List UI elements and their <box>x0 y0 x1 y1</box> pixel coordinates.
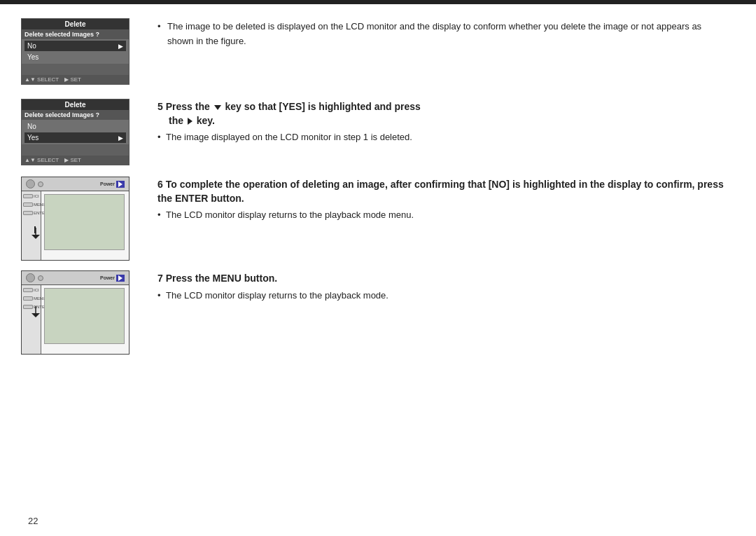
play-box-1 <box>116 181 125 188</box>
dialog2-title: Delete <box>22 99 129 110</box>
menu-btn-1: MENU <box>23 202 46 207</box>
camera2-top-bar: Power <box>22 271 129 285</box>
dialog1-option-no: No ▶ <box>24 41 126 51</box>
camera-diagram-1: Power ICI MENU <box>21 177 130 261</box>
play-icon-1 <box>118 181 122 187</box>
power-area: Power <box>100 181 125 188</box>
camera2-col: Power ICI MENU <box>21 270 144 357</box>
delete-dialog-2: Delete Delete selected Images ? No Yes ▶… <box>21 99 130 165</box>
right-arrow-icon <box>188 118 192 125</box>
arrow-enter-1 <box>26 226 40 240</box>
down-arrow-icon <box>214 105 221 110</box>
lcd-screen-2 <box>44 288 125 344</box>
step5-row: Delete Delete selected Images ? No Yes ▶… <box>21 99 728 170</box>
dialog1-option-yes: Yes <box>24 52 126 62</box>
step6-text-col: 6 To complete the operation of deleting … <box>158 177 728 225</box>
intro-text: The image to be deleted is displayed on … <box>158 20 728 49</box>
camera1-col: Power ICI MENU <box>21 177 144 263</box>
dialog2-option-yes: Yes ▶ <box>24 132 126 143</box>
step5-heading: 5 Press the key so that [YES] is highlig… <box>158 100 728 128</box>
step7-row: Power ICI MENU <box>21 270 728 357</box>
step5-text-col: 5 Press the key so that [YES] is highlig… <box>158 99 728 147</box>
delete-dialog-1: Delete Delete selected Images ? No ▶ Yes… <box>21 18 130 85</box>
dialog2-options: No Yes ▶ <box>22 120 129 144</box>
step6-heading: 6 To complete the operation of deleting … <box>158 178 728 205</box>
ici-btn-2: ICI <box>23 288 39 292</box>
svg-marker-1 <box>31 235 40 239</box>
step7-text-col: 7 Press the MENU button. The LCD monitor… <box>158 270 728 305</box>
step6-bullet: The LCD monitor display returns to the p… <box>158 208 728 222</box>
lcd-screen-1 <box>44 194 125 250</box>
dialog2-footer: ▲▼ SELECT ▶ SET <box>22 156 129 165</box>
step5-bullet: The image displayed on the LCD monitor i… <box>158 130 728 144</box>
camera-lens-small <box>38 181 43 187</box>
step7-bullet: The LCD monitor display returns to the p… <box>158 289 728 303</box>
camera-lens-circle <box>26 179 35 188</box>
intro-text-col: The image to be deleted is displayed on … <box>158 18 728 57</box>
dialog1-footer: ▲▼ SELECT ▶ SET <box>22 75 129 84</box>
step7-heading-text: Press the MENU button. <box>166 273 277 284</box>
dialog2-col: Delete Delete selected Images ? No Yes ▶… <box>21 99 144 170</box>
step7-heading: 7 Press the MENU button. <box>158 272 728 286</box>
intro-row: Delete Delete selected Images ? No ▶ Yes… <box>21 18 728 89</box>
dialog2-option-no: No <box>24 121 126 132</box>
menu-btn-2: MENU <box>23 296 46 301</box>
step6-heading-text: To complete the operation of deleting an… <box>158 179 724 204</box>
camera-side-panel-1: ICI MENU ENTER <box>22 191 41 260</box>
arrow-menu-2 <box>24 305 40 320</box>
play-icon-2 <box>118 275 122 281</box>
dialog1-options: No ▶ Yes <box>22 39 129 64</box>
step6-row: Power ICI MENU <box>21 177 728 263</box>
page-number: 22 <box>28 516 38 526</box>
dialog1-title: Delete <box>22 19 129 29</box>
ici-btn-1: ICI <box>23 194 39 198</box>
play-box-2 <box>116 275 125 282</box>
dialog1-subtitle: Delete selected Images ? <box>22 29 129 39</box>
svg-marker-3 <box>31 313 40 317</box>
camera-diagram-2: Power ICI MENU <box>21 270 130 355</box>
page-content: Delete Delete selected Images ? No ▶ Yes… <box>0 4 756 378</box>
dialog2-subtitle: Delete selected Images ? <box>22 110 129 120</box>
dialog1-col: Delete Delete selected Images ? No ▶ Yes… <box>21 18 144 89</box>
